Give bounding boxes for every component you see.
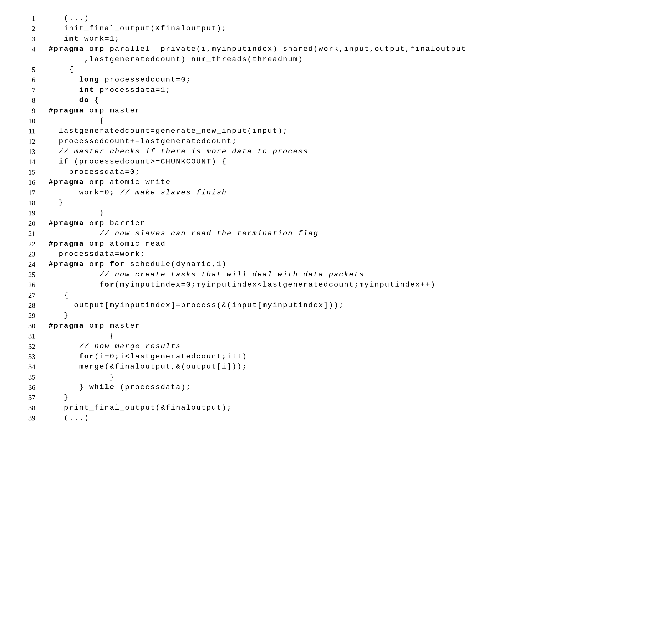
code-content: for(i=0;i<lastgeneratedcount;i++) <box>49 352 466 362</box>
code-text: processdata=work; <box>59 250 145 258</box>
line-number: 12 <box>18 136 49 147</box>
line-number: 24 <box>18 259 49 269</box>
code-line: 31 { <box>18 331 466 341</box>
code-content: { <box>49 290 466 300</box>
line-number: 11 <box>18 126 49 136</box>
comment: // make slaves finish <box>120 188 227 197</box>
code-content: do { <box>49 95 466 105</box>
line-number: 22 <box>18 239 49 249</box>
code-text: output[myinputindex]=process(&(input[myi… <box>74 301 344 309</box>
line-number: 20 <box>18 218 49 228</box>
code-content: lastgeneratedcount=generate_new_input(in… <box>49 126 466 136</box>
code-line: 16#pragma omp atomic write <box>18 177 466 187</box>
code-content: long processedcount=0; <box>49 75 466 85</box>
keyword: #pragma <box>49 106 84 115</box>
code-line: 11 lastgeneratedcount=generate_new_input… <box>18 126 466 136</box>
code-line: 36 } while (processdata); <box>18 382 466 393</box>
code-content: #pragma omp master <box>49 321 466 331</box>
code-text: { <box>99 117 104 125</box>
code-text: { <box>69 66 74 74</box>
code-text: omp atomic write <box>84 178 171 186</box>
code-content: } <box>49 372 466 382</box>
code-text: { <box>110 332 115 340</box>
code-line: 6 long processedcount=0; <box>18 75 466 85</box>
keyword: #pragma <box>49 260 84 268</box>
code-line: 32 // now merge results <box>18 342 466 352</box>
code-line: 30#pragma omp master <box>18 321 466 331</box>
line-number: 14 <box>18 157 49 167</box>
code-text: omp barrier <box>84 219 145 227</box>
line-number: 5 <box>18 65 49 75</box>
code-line: 18 } <box>18 198 466 208</box>
code-text: (processedcount>=CHUNKCOUNT) { <box>69 157 227 166</box>
line-number: 29 <box>18 310 49 321</box>
line-number: 15 <box>18 167 49 177</box>
code-content: if (processedcount>=CHUNKCOUNT) { <box>49 157 466 167</box>
keyword: long <box>79 76 99 84</box>
code-text: (...) <box>64 14 89 22</box>
line-number: 13 <box>18 147 49 157</box>
keyword: if <box>59 157 69 166</box>
code-text: work=0; <box>79 188 120 197</box>
code-line: 10 { <box>18 116 466 126</box>
code-content: (...) <box>49 413 466 423</box>
line-number: 6 <box>18 75 49 85</box>
code-line: 3 int work=1; <box>18 34 466 44</box>
code-line: 7 int processdata=1; <box>18 85 466 95</box>
keyword: do <box>79 96 89 104</box>
keyword: int <box>64 35 79 43</box>
code-line: 2 init_final_output(&finaloutput); <box>18 23 466 33</box>
code-text: (i=0;i<lastgeneratedcount;i++) <box>94 352 247 360</box>
code-content: { <box>49 116 466 126</box>
code-text: lastgeneratedcount=generate_new_input(in… <box>59 127 288 135</box>
keyword: for <box>79 352 94 360</box>
line-number: 16 <box>18 177 49 187</box>
code-text: processedcount+=lastgeneratedcount; <box>59 137 237 145</box>
line-number: 33 <box>18 352 49 362</box>
comment: // master checks if there is more data t… <box>59 147 308 155</box>
line-number: 39 <box>18 413 49 423</box>
code-text: } <box>110 373 115 381</box>
line-number: 4 <box>18 44 49 54</box>
code-content: ,lastgeneratedcount) num_threads(threadn… <box>49 54 466 65</box>
code-line: 24#pragma omp for schedule(dynamic,1) <box>18 259 466 269</box>
code-content: #pragma omp atomic read <box>49 239 466 249</box>
line-number <box>18 54 49 65</box>
comment: // now merge results <box>79 342 181 350</box>
code-text: } <box>64 393 69 401</box>
code-line: 39 (...) <box>18 413 466 423</box>
code-line: 29 } <box>18 310 466 321</box>
code-content: int processdata=1; <box>49 85 466 95</box>
keyword: for <box>99 281 115 289</box>
code-text: processdata=1; <box>94 86 171 94</box>
keyword: #pragma <box>49 45 84 53</box>
code-content: } <box>49 310 466 321</box>
line-number: 9 <box>18 106 49 116</box>
code-line: 34 merge(&finaloutput,&(output[i])); <box>18 362 466 372</box>
code-text: omp master <box>84 322 140 330</box>
code-text: (myinputindex=0;myinputindex<lastgenerat… <box>115 281 436 289</box>
line-number: 26 <box>18 280 49 290</box>
code-content: (...) <box>49 13 466 23</box>
code-text: } <box>99 209 104 217</box>
line-number: 3 <box>18 34 49 44</box>
code-text: omp master <box>84 106 140 115</box>
code-content: #pragma omp master <box>49 106 466 116</box>
code-line: 12 processedcount+=lastgeneratedcount; <box>18 136 466 147</box>
code-text: init_final_output(&finaloutput); <box>64 24 227 32</box>
code-content: #pragma omp atomic write <box>49 177 466 187</box>
line-number: 38 <box>18 403 49 413</box>
keyword: #pragma <box>49 178 84 186</box>
keyword: for <box>110 260 125 268</box>
line-number: 2 <box>18 23 49 33</box>
code-content: output[myinputindex]=process(&(input[myi… <box>49 300 466 310</box>
line-number: 17 <box>18 187 49 198</box>
code-line: 22#pragma omp atomic read <box>18 239 466 249</box>
code-content: // now merge results <box>49 342 466 352</box>
code-content: { <box>49 65 466 75</box>
code-text: } <box>59 199 64 207</box>
code-text: } <box>64 311 69 320</box>
line-number: 18 <box>18 198 49 208</box>
code-content: // now slaves can read the termination f… <box>49 228 466 238</box>
code-text: (processdata); <box>115 383 191 391</box>
